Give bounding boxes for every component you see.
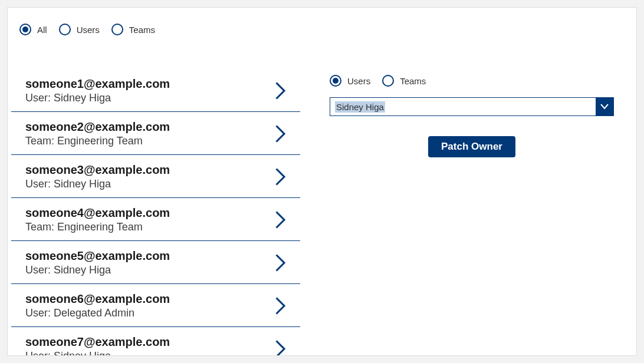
- radio-teams-label: Teams: [129, 25, 155, 35]
- list-item[interactable]: someone7@example.com User: Sidney Higa: [11, 327, 300, 355]
- patch-owner-button-label: Patch Owner: [441, 141, 502, 152]
- owner-filter-group: Users Teams: [330, 75, 614, 87]
- chevron-right-icon: [275, 82, 286, 100]
- chevron-right-icon: [275, 254, 286, 272]
- radio-users[interactable]: Users: [59, 24, 100, 35]
- owner-radio-users[interactable]: Users: [330, 75, 370, 87]
- queue-list-scroll[interactable]: someone1@example.com User: Sidney Higa s…: [8, 69, 300, 355]
- patch-owner-button[interactable]: Patch Owner: [428, 136, 515, 157]
- queue-owner: User: Sidney Higa: [25, 350, 170, 355]
- top-filter-group: All Users Teams: [8, 8, 636, 39]
- radio-circle-icon: [59, 24, 71, 35]
- radio-users-label: Users: [77, 25, 100, 35]
- queue-owner: Team: Engineering Team: [25, 221, 170, 233]
- queue-owner: User: Sidney Higa: [25, 264, 170, 276]
- list-item[interactable]: someone3@example.com User: Sidney Higa: [11, 155, 300, 198]
- owner-radio-teams[interactable]: Teams: [382, 75, 426, 87]
- queue-owner: Team: Engineering Team: [25, 135, 170, 147]
- queue-owner: User: Delegated Admin: [25, 307, 170, 319]
- list-item[interactable]: someone6@example.com User: Delegated Adm…: [11, 284, 300, 327]
- queue-email: someone3@example.com: [25, 163, 170, 177]
- owner-radio-teams-label: Teams: [400, 76, 426, 86]
- list-item[interactable]: someone2@example.com Team: Engineering T…: [11, 112, 300, 155]
- owner-select-value-text: Sidney Higa: [335, 101, 385, 113]
- radio-all[interactable]: All: [19, 24, 47, 35]
- owner-select-value: Sidney Higa: [330, 98, 596, 116]
- queue-email: someone1@example.com: [25, 77, 170, 91]
- chevron-right-icon: [275, 168, 286, 186]
- radio-circle-icon: [19, 24, 31, 35]
- queue-email: someone4@example.com: [25, 206, 170, 220]
- queue-owner: User: Sidney Higa: [25, 178, 170, 190]
- list-item[interactable]: someone4@example.com Team: Engineering T…: [11, 198, 300, 241]
- chevron-right-icon: [275, 211, 286, 229]
- chevron-right-icon: [275, 297, 286, 315]
- queue-list-container: someone1@example.com User: Sidney Higa s…: [8, 69, 300, 355]
- chevron-right-icon: [275, 125, 286, 143]
- owner-select[interactable]: Sidney Higa: [330, 97, 614, 116]
- list-item[interactable]: someone1@example.com User: Sidney Higa: [11, 69, 300, 112]
- queue-email: someone2@example.com: [25, 120, 170, 134]
- queue-email: someone6@example.com: [25, 292, 170, 306]
- list-item[interactable]: someone5@example.com User: Sidney Higa: [11, 241, 300, 284]
- owner-select-toggle[interactable]: [596, 98, 613, 116]
- radio-circle-icon: [111, 24, 123, 35]
- chevron-right-icon: [275, 340, 286, 355]
- radio-teams[interactable]: Teams: [111, 24, 155, 35]
- radio-all-label: All: [37, 25, 47, 35]
- radio-circle-icon: [382, 75, 394, 87]
- radio-circle-icon: [330, 75, 341, 87]
- owner-radio-users-label: Users: [347, 76, 370, 86]
- queue-email: someone7@example.com: [25, 335, 170, 349]
- chevron-down-icon: [600, 104, 609, 110]
- queue-email: someone5@example.com: [25, 249, 170, 263]
- queue-owner: User: Sidney Higa: [25, 92, 170, 104]
- owner-panel: Users Teams Sidney Higa: [300, 69, 636, 355]
